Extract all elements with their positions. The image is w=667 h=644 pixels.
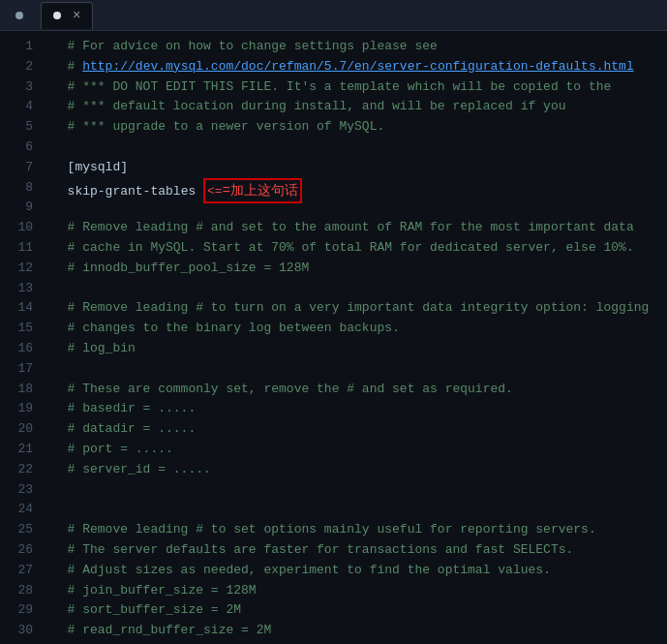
code-line-1: # For advice on how to change settings p… [52,37,667,57]
annotation-arrow: <= [207,184,223,199]
code-line-13 [52,279,667,299]
line-number-8: 8 [0,178,33,199]
comment-text: # Remove leading # to set options mainly… [52,522,596,537]
code-line-10: # Remove leading # and set to the amount… [52,218,667,238]
comment-text: # *** default location during install, a… [52,99,566,113]
code-line-2: # http://dev.mysql.com/doc/refman/5.7/en… [52,57,667,77]
line-number-24: 24 [0,500,33,520]
line-number-15: 15 [0,319,33,339]
annotation-text: =加上这句话 [223,182,298,198]
line-number-22: 22 [0,460,33,480]
code-line-23 [52,480,667,501]
tab-my-default[interactable] [4,2,41,29]
line-number-23: 23 [0,480,33,501]
code-line-6 [52,138,667,158]
comment-text: # Remove leading # to turn on a very imp… [52,300,649,315]
code-line-29: # sort_buffer_size = 2M [52,600,667,621]
comment-text: # sort_buffer_size = 2M [52,602,241,617]
line-number-2: 2 [0,57,33,77]
code-line-28: # join_buffer_size = 128M [52,581,667,601]
line-number-13: 13 [0,279,33,299]
code-line-16: # log_bin [52,339,667,359]
line-number-20: 20 [0,419,33,440]
code-line-27: # Adjust sizes as needed, experiment to … [52,561,667,581]
line-number-30: 30 [0,621,33,641]
line-number-19: 19 [0,399,33,419]
line-number-25: 25 [0,520,33,540]
code-line-25: # Remove leading # to set options mainly… [52,520,667,540]
section-header: [mysqld] [52,160,128,174]
line-number-6: 6 [0,138,33,158]
code-line-11: # cache in MySQL. Start at 70% of total … [52,238,667,259]
line-number-4: 4 [0,97,33,117]
code-line-17 [52,359,667,380]
line-number-21: 21 [0,440,33,460]
line-number-16: 16 [0,339,33,359]
comment-text: # basedir = ..... [52,401,196,415]
tab-close-button[interactable]: × [73,9,80,22]
editor-window: × 12345678910111213141516171819202122232… [0,0,667,644]
comment-text: # port = ..... [52,442,173,456]
comment-text: # datadir = ..... [52,421,196,436]
code-line-12: # innodb_buffer_pool_size = 128M [52,259,667,279]
line-number-27: 27 [0,561,33,581]
comment-text: # These are commonly set, remove the # a… [52,382,513,396]
code-line-3: # *** DO NOT EDIT THIS FILE. It's a temp… [52,77,667,98]
code-line-21: # port = ..... [52,440,667,460]
comment-text: # join_buffer_size = 128M [52,583,257,598]
comment-text: # server_id = ..... [52,462,211,476]
comment-text: # changes to the binary log between back… [52,321,400,335]
line-number-5: 5 [0,117,33,138]
line-numbers: 1234567891011121314151617181920212223242… [0,31,41,644]
comment-text: # read_rnd_buffer_size = 2M [52,623,271,637]
line-number-1: 1 [0,37,33,57]
code-line-4: # *** default location during install, a… [52,97,667,117]
comment-text: # *** DO NOT EDIT THIS FILE. It's a temp… [52,79,611,94]
line-number-14: 14 [0,298,33,319]
comment-text: # Adjust sizes as needed, experiment to … [52,563,551,577]
code-line-18: # These are commonly set, remove the # a… [52,380,667,400]
tab-icon-my [53,12,61,19]
comment-text: # For advice on how to change settings p… [52,39,438,53]
line-number-29: 29 [0,600,33,621]
code-line-5: # *** upgrade to a newer version of MySQ… [52,117,667,138]
tab-bar: × [0,0,667,31]
tab-icon-my-default [15,12,23,19]
code-line-30: # read_rnd_buffer_size = 2M [52,621,667,641]
code-line-26: # The server defaults are faster for tra… [52,540,667,561]
code-area[interactable]: # For advice on how to change settings p… [41,31,667,644]
line-number-9: 9 [0,198,33,218]
line-number-12: 12 [0,259,33,279]
code-line-14: # Remove leading # to turn on a very imp… [52,298,667,319]
comment-text: # log_bin [52,341,136,355]
line-number-18: 18 [0,380,33,400]
comment-text: # Remove leading # and set to the amount… [52,220,634,234]
code-line-20: # datadir = ..... [52,419,667,440]
comment-text: # innodb_buffer_pool_size = 128M [52,261,309,275]
comment-text: # *** upgrade to a newer version of MySQ… [52,119,384,134]
line-number-3: 3 [0,77,33,98]
line-number-17: 17 [0,359,33,380]
line-number-11: 11 [0,238,33,259]
code-line-19: # basedir = ..... [52,399,667,419]
mysql-doc-link[interactable]: http://dev.mysql.com/doc/refman/5.7/en/s… [82,59,634,74]
code-line-24 [52,500,667,520]
code-line-22: # server_id = ..... [52,460,667,480]
code-line-7: [mysqld] [52,158,667,178]
comment-text: # cache in MySQL. Start at 70% of total … [52,240,634,255]
code-line-9 [52,198,667,218]
tab-my[interactable]: × [41,2,93,29]
line-number-26: 26 [0,540,33,561]
editor-body: 1234567891011121314151617181920212223242… [0,31,667,644]
line-number-28: 28 [0,581,33,601]
skip-grant-tables: skip-grant-tables [68,184,203,199]
comment-text: # The server defaults are faster for tra… [52,542,573,557]
code-line-8: skip-grant-tables <==加上这句话 [52,178,667,199]
line-number-10: 10 [0,218,33,238]
line-number-7: 7 [0,158,33,178]
code-line-15: # changes to the binary log between back… [52,319,667,339]
annotation-box: <==加上这句话 [203,178,302,204]
